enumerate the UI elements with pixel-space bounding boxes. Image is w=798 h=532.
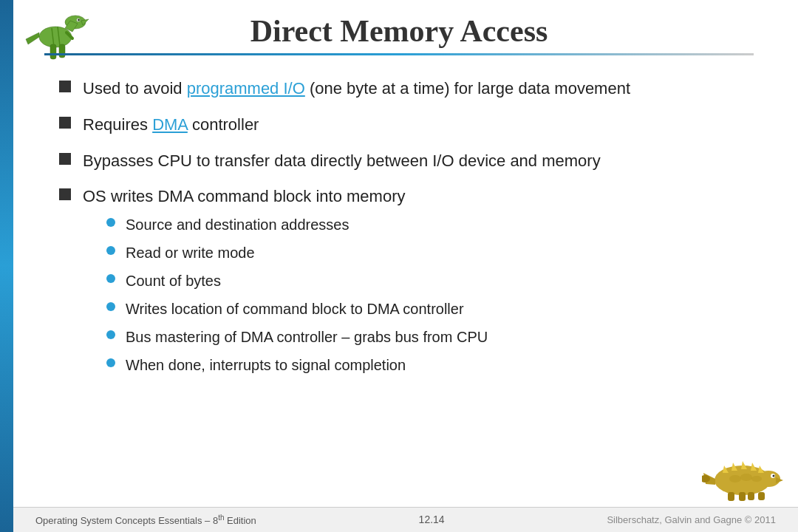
sub-bullet-text-5: Bus mastering of DMA controller – grabs … [126, 327, 488, 347]
sub-bullet-text-4: Writes location of command block to DMA … [126, 299, 464, 319]
svg-rect-18 [739, 492, 746, 501]
sub-bullet-circle-6 [106, 358, 115, 367]
footer-left: Operating System Concepts Essentials – 8… [35, 514, 256, 526]
sub-bullet-text-1: Source and destination addresses [126, 214, 349, 235]
footer-right: Silberschatz, Galvin and Gagne © 2011 [607, 514, 776, 525]
bullet-text-3: Bypasses CPU to transfer data directly b… [83, 150, 601, 173]
svg-rect-17 [728, 492, 734, 501]
bullet-item-1: Used to avoid programmed I/O (one byte a… [59, 78, 739, 100]
slide-title: Direct Memory Access [44, 13, 754, 49]
bullet-square-4 [59, 188, 71, 200]
svg-point-27 [773, 475, 775, 477]
bullet-text-4: OS writes DMA command block into memory [83, 185, 739, 208]
highlight-dma: DMA [152, 115, 188, 134]
dino-bottom-image [702, 443, 783, 502]
sub-bullet-circle-3 [106, 274, 115, 283]
sub-bullet-circle-4 [106, 302, 115, 311]
bullet-square-2 [59, 117, 71, 129]
title-underline [44, 53, 754, 55]
svg-point-30 [751, 476, 762, 482]
sub-bullet-2: Read or write mode [106, 242, 739, 263]
footer-center: 12.14 [419, 514, 445, 525]
sub-bullet-text-6: When done, interrupts to signal completi… [126, 355, 406, 375]
svg-point-28 [729, 475, 741, 482]
slide-content: Used to avoid programmed I/O (one byte a… [0, 63, 798, 532]
bullet-text-1: Used to avoid programmed I/O (one byte a… [83, 78, 630, 100]
sub-bullet-circle-2 [106, 246, 115, 255]
sub-bullet-text-2: Read or write mode [126, 242, 255, 263]
bullet-item-4: OS writes DMA command block into memory … [59, 185, 739, 383]
svg-point-29 [740, 474, 752, 481]
bullet-item-2: Requires DMA controller [59, 114, 739, 137]
highlight-programmed-io: programmed I/O [187, 79, 305, 98]
svg-marker-24 [751, 463, 757, 471]
footer: Operating System Concepts Essentials – 8… [13, 507, 798, 532]
sub-bullet-text-3: Count of bytes [126, 270, 221, 291]
left-accent-bar [0, 0, 13, 532]
svg-marker-23 [741, 461, 747, 469]
bullet-square-3 [59, 153, 71, 165]
sub-bullet-circle-5 [106, 330, 115, 339]
svg-marker-25 [758, 466, 764, 473]
sub-bullet-5: Bus mastering of DMA controller – grabs … [106, 327, 739, 347]
sub-bullet-circle-1 [106, 218, 115, 227]
bullet-text-2: Requires DMA controller [83, 114, 259, 137]
bullet-square-1 [59, 81, 71, 92]
title-container: Direct Memory Access [44, 13, 754, 55]
svg-rect-20 [758, 492, 765, 500]
sub-bullet-4: Writes location of command block to DMA … [106, 299, 739, 319]
svg-rect-19 [748, 492, 754, 500]
sub-bullet-6: When done, interrupts to signal completi… [106, 355, 739, 375]
slide: Direct Memory Access Used to avoid progr… [0, 0, 798, 532]
sub-bullet-1: Source and destination addresses [106, 214, 739, 235]
header: Direct Memory Access [0, 0, 798, 63]
bullet-item-3: Bypasses CPU to transfer data directly b… [59, 150, 739, 173]
sub-bullet-3: Count of bytes [106, 270, 739, 291]
sub-bullets-list: Source and destination addresses Read or… [106, 214, 739, 375]
